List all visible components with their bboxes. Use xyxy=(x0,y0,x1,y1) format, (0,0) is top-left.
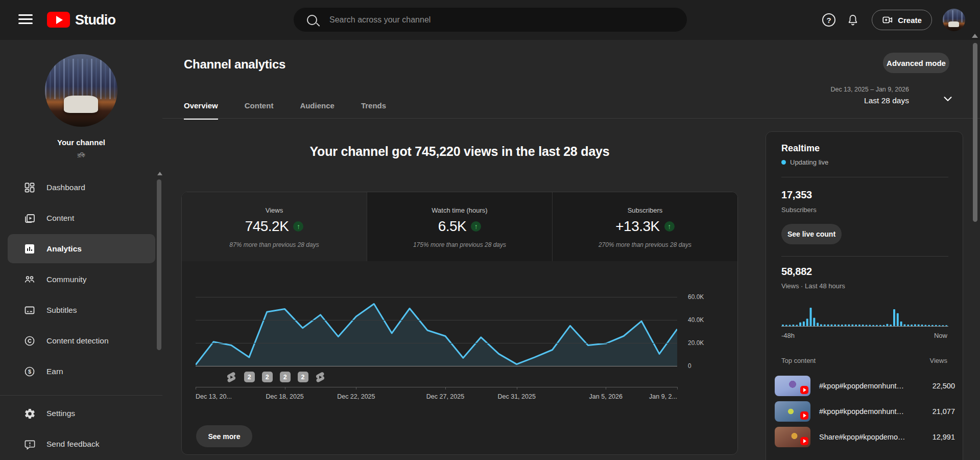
overview-headline: Your channel got 745,220 views in the la… xyxy=(181,144,738,159)
advanced-mode-button[interactable]: Advanced mode xyxy=(883,53,949,73)
see-live-count-button[interactable]: See live count xyxy=(781,224,842,244)
dashboard-icon xyxy=(23,181,36,194)
sidebar-item-community[interactable]: Community xyxy=(0,264,162,295)
studio-wordmark[interactable]: Studio xyxy=(75,12,115,28)
tabs-divider xyxy=(162,118,980,119)
copyright-icon xyxy=(23,335,36,347)
views-column-header: Views xyxy=(930,357,947,364)
video-title: Share#kpop#kpopdemo… xyxy=(819,433,905,441)
live-dot-icon xyxy=(781,160,786,165)
sidebar-scroll-up-arrow[interactable] xyxy=(157,172,162,175)
divider xyxy=(781,177,948,177)
date-picker-dropdown[interactable] xyxy=(941,92,954,105)
channel-handle: রকি xyxy=(0,151,162,159)
sidebar-item-dashboard[interactable]: Dashboard xyxy=(0,172,162,203)
search-input[interactable]: Search across your channel xyxy=(294,8,687,32)
top-content-row[interactable]: #kpop#kpopdemonhunt… 22,500 xyxy=(775,373,955,399)
realtime-subscribers-value: 17,353 xyxy=(781,189,812,201)
shorts-published-marker[interactable] xyxy=(226,372,237,383)
x-axis-tick xyxy=(517,387,517,389)
tab-content[interactable]: Content xyxy=(245,97,274,118)
sparkline-right-label: Now xyxy=(934,332,947,339)
tab-trends[interactable]: Trends xyxy=(361,97,386,118)
x-axis-tick-label: Dec 13, 20... xyxy=(196,393,232,400)
analytics-icon xyxy=(23,243,36,255)
top-content-row[interactable]: Share#kpop#kpopdemo… 12,991 xyxy=(775,424,955,450)
video-thumbnail xyxy=(775,376,810,396)
spark-bar xyxy=(813,318,815,326)
realtime-status: Updating live xyxy=(781,158,828,166)
y-axis-tick-label: 40.0K xyxy=(688,316,704,324)
channel-avatar[interactable] xyxy=(45,54,117,127)
x-axis-tick-label: Dec 27, 2025 xyxy=(426,393,464,400)
videos-published-marker[interactable]: 2 xyxy=(280,372,291,382)
gridline xyxy=(196,366,677,366)
sidebar-item-analytics[interactable]: Analytics xyxy=(0,234,162,264)
shorts-published-marker[interactable] xyxy=(315,372,326,383)
sparkline-left-label: -48h xyxy=(781,332,795,339)
x-axis-tick xyxy=(285,387,285,389)
sidebar-item-send-feedback[interactable]: Send feedback xyxy=(0,429,162,459)
sidebar-item-content[interactable]: Content xyxy=(0,203,162,234)
gridline xyxy=(196,343,677,343)
bell-icon xyxy=(847,14,859,26)
date-range-text: Dec 13, 2025 – Jan 9, 2026 xyxy=(756,86,909,93)
last-48h-bar-chart xyxy=(781,306,948,326)
sidebar-item-earn[interactable]: $ Earn xyxy=(0,356,162,387)
create-video-icon xyxy=(882,14,893,26)
see-more-button[interactable]: See more xyxy=(196,425,252,447)
x-axis-tick-label: Dec 31, 2025 xyxy=(497,393,535,400)
sparkline-axis xyxy=(781,326,948,327)
tab-audience[interactable]: Audience xyxy=(300,97,334,118)
svg-text:$: $ xyxy=(28,369,31,375)
videos-published-marker[interactable]: 2 xyxy=(262,372,273,382)
shorts-badge-icon xyxy=(800,437,808,445)
menu-icon[interactable] xyxy=(18,14,33,26)
sidebar-item-settings[interactable]: Settings xyxy=(0,398,162,429)
sidebar-item-subtitles[interactable]: Subtitles xyxy=(0,295,162,326)
top-content-header: Top content xyxy=(781,357,816,364)
search-placeholder: Search across your channel xyxy=(329,15,431,25)
account-avatar[interactable] xyxy=(943,9,965,31)
feedback-icon xyxy=(23,438,36,450)
x-axis-tick-label: Jan 5, 2026 xyxy=(589,393,623,400)
x-axis-tick xyxy=(356,387,356,389)
create-button-label: Create xyxy=(898,16,922,25)
subtitles-icon xyxy=(23,304,36,316)
notifications-button[interactable] xyxy=(843,10,863,30)
page-scrollbar[interactable] xyxy=(973,43,977,222)
sidebar-item-label: Content detection xyxy=(46,336,109,346)
realtime-views-label: Views · Last 48 hours xyxy=(781,282,845,290)
top-content-row[interactable]: #kpop#kpopdemonhunt… 21,077 xyxy=(775,399,955,424)
x-axis-tick-label: Jan 9, 2... xyxy=(649,393,677,400)
y-axis-tick-label: 0 xyxy=(688,362,691,370)
sidebar-divider xyxy=(0,395,162,396)
sidebar-item-content-detection[interactable]: Content detection xyxy=(0,326,162,356)
shorts-badge-icon xyxy=(800,411,808,420)
help-icon: ? xyxy=(822,13,835,27)
video-thumbnail xyxy=(775,401,810,422)
youtube-logo-icon[interactable] xyxy=(47,12,70,28)
shorts-badge-icon xyxy=(800,386,808,394)
views-line-chart[interactable]: 60.0K40.0K20.0K0 Dec 13, 20...Dec 18, 20… xyxy=(182,192,737,454)
tab-overview[interactable]: Overview xyxy=(184,97,218,118)
create-button[interactable]: Create xyxy=(872,10,932,30)
sidebar-scrollbar[interactable] xyxy=(157,179,161,350)
help-button[interactable]: ? xyxy=(819,10,839,30)
page-title: Channel analytics xyxy=(184,57,285,72)
sidebar-item-label: Community xyxy=(46,275,86,284)
videos-published-marker[interactable]: 2 xyxy=(298,372,308,382)
videos-published-marker[interactable]: 2 xyxy=(244,372,255,382)
sidebar-item-label: Settings xyxy=(46,409,75,418)
x-axis-tick xyxy=(445,387,446,389)
x-axis-tick-label: Dec 18, 2025 xyxy=(266,393,303,400)
youtube-studio-analytics-page: Studio Search across your channel ? Crea… xyxy=(0,0,980,460)
sidebar-item-label: Earn xyxy=(46,367,63,376)
realtime-subscribers-label: Subscribers xyxy=(781,206,817,214)
chevron-down-icon xyxy=(941,92,954,105)
x-axis-tick xyxy=(606,387,606,389)
page-scroll-up-arrow[interactable] xyxy=(972,34,978,38)
spark-bar xyxy=(799,323,801,326)
video-title: #kpop#kpopdemonhunt… xyxy=(819,407,904,416)
realtime-title: Realtime xyxy=(781,143,820,154)
